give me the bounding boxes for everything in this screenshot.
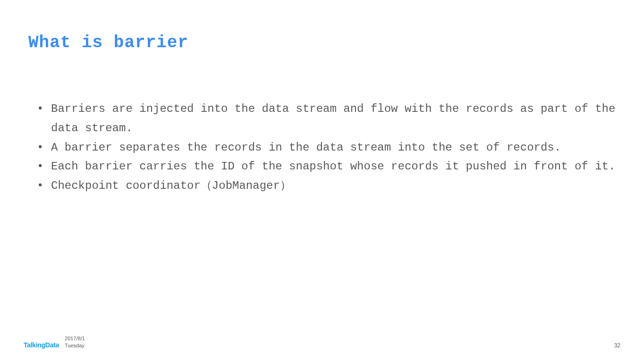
date-block: 2017/8/1 Tuesday <box>65 335 85 349</box>
bullet-item: A barrier separates the records in the d… <box>33 138 616 158</box>
page-number: 32 <box>614 342 620 349</box>
bullet-item: Checkpoint coordinator（JobManager） <box>33 177 616 196</box>
date-text: 2017/8/1 <box>65 335 85 342</box>
bullet-list: Barriers are injected into the data stre… <box>33 100 616 196</box>
day-text: Tuesday <box>65 342 85 349</box>
footer-left: TalkingData 2017/8/1 Tuesday <box>24 335 85 349</box>
bullet-item: Each barrier carries the ID of the snaps… <box>33 157 616 177</box>
slide-footer: TalkingData 2017/8/1 Tuesday 32 <box>24 335 620 349</box>
slide-container: What is barrier Barriers are injected in… <box>0 0 644 362</box>
slide-content: Barriers are injected into the data stre… <box>28 100 616 196</box>
slide-title: What is barrier <box>28 33 616 52</box>
bullet-item: Barriers are injected into the data stre… <box>33 100 616 138</box>
logo: TalkingData <box>24 341 59 349</box>
